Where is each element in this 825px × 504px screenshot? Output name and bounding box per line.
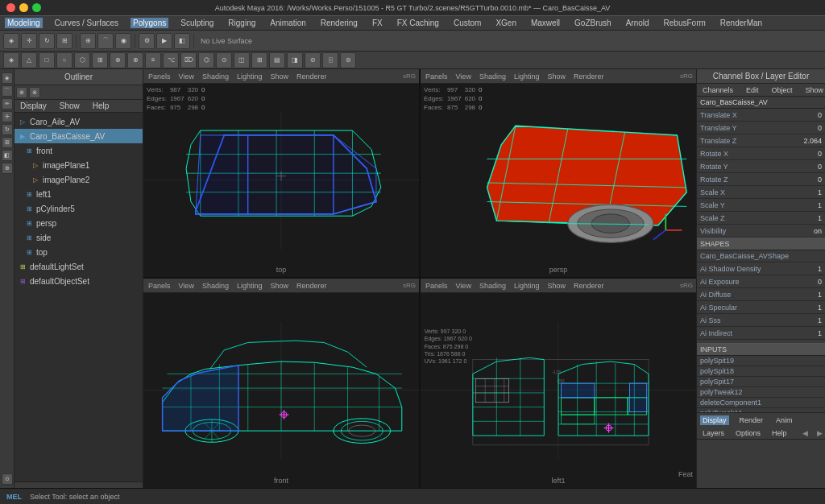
outliner-menu-display[interactable]: Display: [18, 101, 49, 111]
cb-footer-display[interactable]: Display: [700, 415, 729, 425]
cb-channels-menu[interactable]: Channels: [700, 85, 736, 95]
shelf-btn-17[interactable]: ◨: [287, 52, 303, 68]
shelf-btn-3[interactable]: □: [39, 52, 55, 68]
outliner-tb-1[interactable]: ⊕: [16, 87, 27, 98]
menu-rebusform[interactable]: RebusForm: [661, 18, 708, 28]
tool-move[interactable]: ✛: [2, 111, 13, 122]
outliner-tb-2[interactable]: ⊗: [29, 87, 40, 98]
cb-layers-menu[interactable]: Layers: [700, 428, 727, 438]
shelf-btn-2[interactable]: △: [21, 52, 37, 68]
channel-translate-z[interactable]: Translate Z 2.064: [697, 134, 825, 147]
menu-rendering[interactable]: Rendering: [318, 18, 360, 28]
input-polyspit17[interactable]: polySpit17: [697, 377, 825, 387]
channel-translate-y[interactable]: Translate Y 0: [697, 122, 825, 134]
vp-shading-menu-tl[interactable]: Shading: [201, 72, 230, 81]
vp-panels-menu-br[interactable]: Panels: [424, 282, 450, 290]
history-btn[interactable]: ⚙: [139, 33, 155, 49]
snap-grid-btn[interactable]: ⊕: [80, 33, 96, 49]
vp-lighting-menu-tr[interactable]: Lighting: [512, 72, 541, 81]
outliner-item-imageplane2[interactable]: ▷ imagePlane2: [15, 172, 143, 187]
minimize-button[interactable]: [19, 3, 28, 12]
vp-shading-menu-tr[interactable]: Shading: [478, 72, 508, 81]
snap-curve-btn[interactable]: ⌒: [97, 33, 114, 49]
ch-shadow-density[interactable]: Ai Shadow Density 1: [697, 262, 825, 275]
input-deletecomponent[interactable]: deleteComponent1: [697, 398, 825, 408]
vp-show-menu-bl[interactable]: Show: [268, 282, 290, 290]
vp-view-menu-br[interactable]: View: [454, 282, 473, 290]
channel-rotate-x[interactable]: Rotate X 0: [697, 147, 825, 160]
channel-scale-y[interactable]: Scale Y 1: [697, 199, 825, 212]
vp-panels-menu-tr[interactable]: Panels: [424, 72, 450, 81]
vp-show-menu-tl[interactable]: Show: [268, 72, 290, 81]
menu-fx[interactable]: FX: [370, 18, 385, 28]
vp-lighting-menu-tl[interactable]: Lighting: [235, 72, 264, 81]
menu-arnold[interactable]: Arnold: [624, 18, 652, 28]
ch-exposure[interactable]: Ai Exposure 0: [697, 275, 825, 288]
input-polytweak12[interactable]: polyTweak12: [697, 387, 825, 398]
channel-translate-x[interactable]: Translate X 0: [697, 109, 825, 122]
cb-edit-menu[interactable]: Edit: [744, 85, 761, 95]
outliner-item-side[interactable]: ⊞ side: [15, 230, 143, 245]
shelf-btn-19[interactable]: ⌻: [322, 52, 338, 68]
outliner-item-top[interactable]: ⊞ top: [15, 245, 143, 259]
vp-panels-menu-bl[interactable]: Panels: [147, 282, 172, 290]
vp-view-menu-tl[interactable]: View: [177, 72, 196, 81]
shelf-btn-18[interactable]: ⊘: [305, 52, 321, 68]
shelf-btn-4[interactable]: ○: [56, 52, 73, 68]
menu-animation[interactable]: Animation: [267, 18, 308, 28]
vp-shading-menu-br[interactable]: Shading: [478, 282, 508, 290]
outliner-item-default-obj[interactable]: ⊞ defaultObjectSet: [15, 274, 143, 288]
shelf-btn-20[interactable]: ⊜: [340, 52, 356, 68]
shelf-btn-8[interactable]: ⊕: [127, 52, 143, 68]
vp-view-menu-bl[interactable]: View: [177, 282, 196, 290]
tool-lasso[interactable]: ⌒: [2, 85, 13, 97]
vp-panels-menu-tl[interactable]: Panels: [147, 72, 172, 81]
tool-extra1[interactable]: ◧: [2, 150, 13, 161]
select-tool-btn[interactable]: ◈: [3, 33, 19, 49]
outliner-item-default-light[interactable]: ⊞ defaultLightSet: [15, 259, 143, 274]
ipr-btn[interactable]: ◧: [174, 33, 190, 49]
render-btn[interactable]: ▶: [156, 33, 172, 49]
vp-renderer-menu-tl[interactable]: Renderer: [295, 72, 329, 81]
vp-lighting-menu-bl[interactable]: Lighting: [235, 282, 264, 290]
shelf-btn-16[interactable]: ▤: [269, 52, 285, 68]
menu-polygons[interactable]: Polygons: [131, 18, 168, 28]
outliner-item-pcylinder5[interactable]: ⊞ pCylinder5: [15, 201, 143, 216]
shelf-btn-5[interactable]: ⬡: [74, 52, 90, 68]
window-controls[interactable]: [6, 3, 41, 12]
vp-renderer-menu-bl[interactable]: Renderer: [295, 282, 329, 290]
ch-diffuse[interactable]: Ai Diffuse 1: [697, 288, 825, 301]
move-tool-btn[interactable]: ✛: [21, 33, 37, 49]
channel-scale-z[interactable]: Scale Z 1: [697, 212, 825, 225]
vp-shading-menu-bl[interactable]: Shading: [201, 282, 230, 290]
maximize-button[interactable]: [32, 3, 41, 12]
vp-lighting-menu-br[interactable]: Lighting: [512, 282, 541, 290]
menu-rigging[interactable]: Rigging: [226, 18, 258, 28]
cb-footer-render[interactable]: Render: [737, 415, 766, 425]
menu-maxwell[interactable]: Maxwell: [529, 18, 562, 28]
outliner-item-caro-bas[interactable]: ▶ Caro_BasCaisse_AV: [15, 129, 143, 143]
menu-fx-caching[interactable]: FX Caching: [395, 18, 442, 28]
outliner-menu-show[interactable]: Show: [57, 101, 82, 111]
shelf-btn-1[interactable]: ◈: [3, 52, 19, 68]
input-polyspit19[interactable]: polySpit19: [697, 356, 825, 366]
outliner-item-imageplane1[interactable]: ▷ imagePlane1: [15, 158, 143, 172]
rotate-tool-btn[interactable]: ↻: [39, 33, 55, 49]
scale-tool-btn[interactable]: ⊞: [56, 33, 73, 49]
ch-indirect[interactable]: Ai Indirect 1: [697, 327, 825, 340]
close-button[interactable]: [6, 3, 15, 12]
channel-visibility[interactable]: Visibility on: [697, 225, 825, 238]
viewport-left[interactable]: Panels View Shading Lighting Show Render…: [421, 279, 696, 488]
shelf-btn-12[interactable]: ⌬: [198, 52, 214, 68]
outliner-item-front[interactable]: ⊞ front: [15, 143, 143, 158]
menu-modeling[interactable]: Modeling: [5, 18, 43, 28]
viewport-persp-canvas[interactable]: Verts:9973200 Edges:19676200 Faces:87529…: [421, 84, 696, 277]
viewport-top[interactable]: Panels View Shading Lighting Show Render…: [143, 69, 421, 277]
shelf-btn-10[interactable]: ⌥: [163, 52, 179, 68]
outliner-item-left1[interactable]: ⊞ left1: [15, 187, 143, 201]
cb-object-menu[interactable]: Object: [769, 85, 795, 95]
outliner-item-persp[interactable]: ⊞ persp: [15, 216, 143, 230]
outliner-menu-help[interactable]: Help: [90, 101, 112, 111]
menu-gozbrush[interactable]: GoZBrush: [572, 18, 614, 28]
shelf-btn-9[interactable]: ≡: [145, 52, 161, 68]
